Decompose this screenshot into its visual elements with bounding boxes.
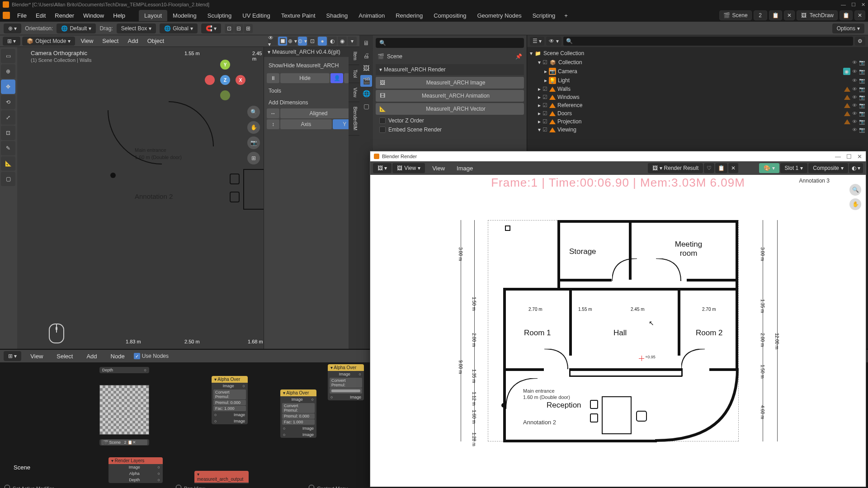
node-image-out[interactable]: Depth○ bbox=[99, 367, 149, 373]
snap-face[interactable]: ⊞ bbox=[244, 24, 253, 33]
viewlayer-new[interactable]: 📋 bbox=[840, 10, 853, 20]
gizmo-y[interactable]: Y bbox=[220, 60, 230, 70]
select-menu[interactable]: Select bbox=[99, 36, 122, 46]
tool-rotate[interactable]: ⟲ bbox=[1, 95, 15, 109]
prop-viewlayer[interactable]: 🖼 bbox=[360, 62, 372, 74]
render-canvas[interactable]: Frame:1 | Time:00:06.90 | Mem:3.03M 6.09… bbox=[370, 175, 866, 487]
orientation-dropdown[interactable]: 🌐 Default ▾ bbox=[57, 23, 96, 33]
render-close[interactable]: ✕ bbox=[857, 153, 862, 160]
shading-solid[interactable]: ● bbox=[318, 37, 327, 46]
mode-dropdown[interactable]: 📦 Object Mode ▾ bbox=[22, 37, 75, 46]
snap-toggle[interactable]: 🧲 ▾ bbox=[201, 23, 221, 33]
minimize-button[interactable]: — bbox=[841, 2, 846, 8]
tab-texture-paint[interactable]: Texture Paint bbox=[276, 10, 321, 21]
outliner-display[interactable]: 👁 ▾ bbox=[546, 37, 561, 46]
node-alpha-over-2[interactable]: ▾ Alpha Over Image ○ Convert Premul: Pre… bbox=[280, 389, 316, 438]
checkbox-icon[interactable]: ☑ bbox=[542, 94, 547, 100]
render-channel[interactable]: ◐ ▾ bbox=[849, 163, 863, 173]
render-image-button[interactable]: 🖼MeasureIt_ARCH Image bbox=[376, 77, 524, 89]
outliner-filter[interactable]: ⚙ bbox=[855, 37, 865, 46]
gizmo-y-neg[interactable] bbox=[220, 90, 230, 100]
tool-move[interactable]: ✥ bbox=[1, 80, 15, 94]
render-close-img[interactable]: ✕ bbox=[728, 163, 738, 173]
viewlayer-delete[interactable]: ✕ bbox=[854, 10, 865, 20]
pin-icon[interactable]: 📌 bbox=[515, 53, 522, 60]
render-pan[interactable]: ✋ bbox=[849, 198, 861, 210]
vector-z-order[interactable]: Vector Z Order bbox=[376, 116, 524, 125]
checkbox-icon[interactable]: ☑ bbox=[542, 118, 547, 125]
tree-camera[interactable]: ▸ 📷 Camera ◉ 👁📷 bbox=[527, 67, 868, 76]
node-select[interactable]: Select bbox=[52, 351, 77, 361]
scene-users[interactable]: 2 bbox=[754, 10, 767, 20]
prop-output[interactable]: 🖨 bbox=[360, 50, 372, 61]
scene-new[interactable]: 📋 bbox=[769, 10, 782, 20]
viewport-canvas[interactable]: Camera Orthographic (1) Scene Collection… bbox=[17, 47, 264, 349]
render-animation-button[interactable]: 🎞MeasureIt_ARCH Animation bbox=[376, 90, 524, 102]
properties-search[interactable]: 🔍 bbox=[376, 38, 524, 48]
render-composite[interactable]: Composite ▾ bbox=[808, 163, 848, 173]
axis-icon[interactable]: ↕ bbox=[267, 119, 279, 129]
maximize-button[interactable]: ☐ bbox=[851, 2, 856, 8]
node-alpha-over-1[interactable]: ▾ Alpha Over Image ○ Convert Premul: Pre… bbox=[212, 376, 248, 424]
tree-doors[interactable]: ▸ ☑ Doors 👁📷 bbox=[527, 109, 868, 117]
transform-dropdown[interactable]: 🌐 Global ▾ bbox=[160, 23, 198, 33]
gizmo-x-neg[interactable] bbox=[205, 75, 215, 85]
drag-dropdown[interactable]: Select Box ▾ bbox=[117, 23, 156, 33]
tool-measure[interactable]: 📐 bbox=[1, 156, 15, 171]
shading-options[interactable]: ▾ bbox=[348, 37, 357, 46]
outliner-search[interactable]: 🔍 bbox=[563, 37, 853, 46]
render-minimize[interactable]: — bbox=[835, 153, 841, 160]
gizmo-x[interactable]: X bbox=[236, 75, 245, 85]
vtab-blenderbim[interactable]: BlenderBIM bbox=[349, 102, 359, 135]
prop-object[interactable]: ▢ bbox=[360, 100, 372, 112]
render-paint[interactable]: 🎨 ▾ bbox=[759, 163, 779, 173]
tab-animation[interactable]: Animation bbox=[353, 10, 390, 21]
checkbox-icon[interactable]: ☑ bbox=[542, 102, 547, 108]
object-menu[interactable]: Object bbox=[144, 36, 168, 46]
tool-scale[interactable]: ⤢ bbox=[1, 110, 15, 125]
dim-type-icon[interactable]: ↔ bbox=[267, 108, 279, 118]
prop-world[interactable]: 🌐 bbox=[360, 88, 372, 99]
tab-geometry-nodes[interactable]: Geometry Nodes bbox=[472, 10, 527, 21]
render-vector-button[interactable]: 📐MeasureIt_ARCH Vector bbox=[376, 103, 524, 115]
vtab-view[interactable]: View bbox=[349, 83, 359, 103]
measureit-render-header[interactable]: ▾ MeasureIt_ARCH Render bbox=[376, 64, 524, 75]
embed-scene-render[interactable]: Embed Scene Render bbox=[376, 125, 524, 134]
navigation-gizmo[interactable]: Y Z X bbox=[205, 60, 245, 100]
checkbox-icon[interactable]: ☑ bbox=[542, 86, 547, 92]
measureit-header[interactable]: ▾ MeasureIt_ARCH v0.4.6(git) bbox=[264, 47, 359, 57]
tool-add-cube[interactable]: ▢ bbox=[1, 172, 15, 186]
node-scene-select[interactable]: 🎬 Scene 2 📋✕ bbox=[99, 439, 149, 446]
shading-material[interactable]: ◐ bbox=[328, 37, 337, 46]
tree-scene-collection[interactable]: ▾📁 Scene Collection bbox=[527, 49, 868, 58]
checkbox-icon[interactable]: ☑ bbox=[542, 110, 547, 117]
outliner-type[interactable]: ☰ ▾ bbox=[530, 37, 544, 46]
render-pin[interactable]: ♡ bbox=[704, 163, 714, 173]
zoom-button[interactable]: 🔍 bbox=[247, 106, 260, 118]
render-result-selector[interactable]: 🖼 ▾ Render Result bbox=[648, 163, 703, 173]
checkbox-icon[interactable]: ☑ bbox=[542, 59, 547, 66]
render-copy[interactable]: 📋 bbox=[715, 163, 727, 173]
checkbox-icon[interactable]: ☑ bbox=[542, 127, 547, 133]
render-menu-image[interactable]: Image bbox=[452, 163, 477, 174]
view-menu[interactable]: View bbox=[77, 36, 97, 46]
node-node[interactable]: Node bbox=[106, 351, 129, 361]
pan-button[interactable]: ✋ bbox=[247, 121, 260, 134]
tab-compositing[interactable]: Compositing bbox=[428, 10, 472, 21]
tree-collection[interactable]: ▾ ☑ 📦 Collection 👁📷 bbox=[527, 58, 868, 67]
editor-type-dropdown[interactable]: ⊞ ▾ bbox=[3, 37, 20, 46]
menu-file[interactable]: File bbox=[13, 10, 31, 21]
prop-render[interactable]: 🖥 bbox=[360, 37, 372, 49]
menu-edit[interactable]: Edit bbox=[31, 10, 50, 21]
xray-toggle[interactable]: 🔲 bbox=[278, 37, 287, 46]
tab-add[interactable]: + bbox=[561, 10, 571, 21]
scene-delete[interactable]: ✕ bbox=[784, 10, 795, 20]
viewlayer-selector[interactable]: 🖼 TechDraw bbox=[797, 10, 838, 20]
tree-light[interactable]: ▸ 💡 Light 👁📷 bbox=[527, 76, 868, 85]
node-view[interactable]: View bbox=[26, 351, 47, 361]
tab-layout[interactable]: Layout bbox=[139, 10, 167, 21]
vtab-tool[interactable]: Tool bbox=[349, 65, 359, 83]
gizmo-toggle[interactable]: ⊕ ▾ bbox=[288, 37, 297, 46]
snap-vertex[interactable]: ⊡ bbox=[225, 24, 234, 33]
use-nodes-toggle[interactable]: ✓ Use Nodes bbox=[134, 353, 169, 359]
